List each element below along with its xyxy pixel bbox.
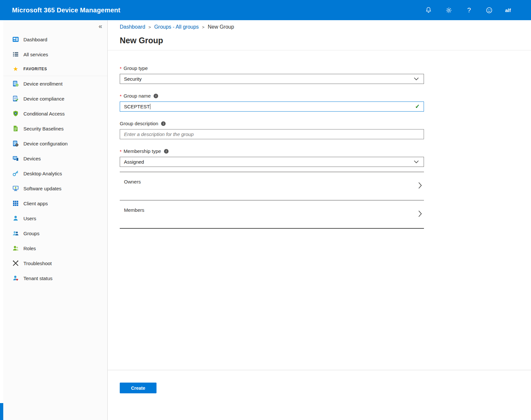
owners-label: Owners <box>124 179 141 184</box>
collapse-sidebar-button[interactable]: « <box>99 23 102 29</box>
bell-icon[interactable] <box>424 6 433 14</box>
sidebar-item-label: All services <box>23 52 48 57</box>
topbar: Microsoft 365 Device Management ? alf <box>0 0 531 20</box>
chevron-down-icon <box>413 158 420 166</box>
sidebar-item-label: Conditional Access <box>23 111 65 116</box>
sidebar-item-client-apps[interactable]: Client apps <box>3 196 107 211</box>
sidebar-item-label: Software updates <box>23 186 61 191</box>
sidebar-item-security-baselines[interactable]: Security Baselines <box>3 121 107 136</box>
sidebar-item-groups[interactable]: Groups <box>3 226 107 241</box>
required-asterisk: * <box>120 149 122 154</box>
bottom-left-accent <box>0 403 3 420</box>
sidebar-item-all-services[interactable]: All services <box>3 47 107 62</box>
chevron-down-icon <box>413 75 420 83</box>
sidebar-item-device-enrollment[interactable]: Device enrollment <box>3 76 107 91</box>
device-enrollment-icon <box>12 80 19 87</box>
members-label: Members <box>124 207 144 213</box>
sidebar-item-roles[interactable]: Roles <box>3 241 107 256</box>
membership-type-select[interactable]: Assigned <box>120 157 424 167</box>
sidebar-item-label: Desktop Analytics <box>23 171 62 176</box>
favorites-header: ★ FAVORITES <box>3 62 107 76</box>
conditional-access-icon <box>12 110 19 117</box>
header-divider <box>108 50 531 50</box>
help-icon[interactable]: ? <box>465 6 473 14</box>
devices-icon <box>12 155 19 162</box>
group-name-field: * Group name i SCEPTEST ✓ <box>120 93 424 112</box>
chevron-right-icon <box>418 210 422 219</box>
security-baselines-icon <box>12 125 19 132</box>
sidebar-item-conditional-access[interactable]: Conditional Access <box>3 106 107 121</box>
device-compliance-icon <box>12 95 19 102</box>
breadcrumb-current: New Group <box>208 24 234 30</box>
sidebar-item-label: Troubleshoot <box>23 261 52 266</box>
sidebar-item-device-compliance[interactable]: Device compliance <box>3 91 107 106</box>
client-apps-icon <box>12 200 19 207</box>
owners-row[interactable]: Owners <box>120 172 424 200</box>
breadcrumb-dashboard[interactable]: Dashboard <box>120 24 145 30</box>
user-name[interactable]: alf <box>505 7 511 13</box>
sidebar-item-dashboard[interactable]: Dashboard <box>3 32 107 47</box>
info-icon[interactable]: i <box>164 149 169 154</box>
sidebar-item-label: Devices <box>23 156 41 161</box>
group-description-field: Group description i <box>120 121 424 139</box>
required-asterisk: * <box>120 93 122 99</box>
new-group-form: * Group type Security * Group name i <box>120 65 424 229</box>
roles-icon <box>12 245 19 252</box>
breadcrumb-groups-all-groups[interactable]: Groups - All groups <box>154 24 199 30</box>
sidebar-item-label: Device compliance <box>23 96 64 102</box>
sidebar-item-label: Device configuration <box>23 141 68 146</box>
tenant-status-icon <box>12 275 19 282</box>
info-icon[interactable]: i <box>161 121 166 126</box>
group-name-input[interactable]: SCEPTEST ✓ <box>120 102 424 112</box>
main-content: Dashboard > Groups - All groups > New Gr… <box>108 20 531 420</box>
device-configuration-icon <box>12 140 19 147</box>
group-name-value: SCEPTEST <box>124 104 150 109</box>
sidebar-item-device-configuration[interactable]: Device configuration <box>3 136 107 151</box>
required-asterisk: * <box>120 66 122 71</box>
membership-type-value: Assigned <box>124 159 144 165</box>
smiley-icon[interactable] <box>485 6 493 14</box>
group-name-label: * Group name i <box>120 93 424 99</box>
sidebar-item-label: Roles <box>23 246 36 251</box>
sidebar-item-troubleshoot[interactable]: Troubleshoot <box>3 256 107 271</box>
info-icon[interactable]: i <box>154 94 158 98</box>
star-icon: ★ <box>12 65 19 73</box>
software-updates-icon <box>12 185 19 192</box>
sidebar-item-desktop-analytics[interactable]: Desktop Analytics <box>3 166 107 181</box>
sidebar-item-label: Tenant status <box>23 276 52 281</box>
group-description-input[interactable] <box>120 129 424 139</box>
group-description-label: Group description i <box>120 121 424 126</box>
sidebar: « Dashboard All services ★ FAVORITES Dev… <box>3 20 108 420</box>
users-icon <box>12 215 19 222</box>
sidebar-item-devices[interactable]: Devices <box>3 151 107 166</box>
sidebar-item-software-updates[interactable]: Software updates <box>3 181 107 196</box>
group-type-label: * Group type <box>120 65 424 71</box>
favorites-label: FAVORITES <box>23 67 47 71</box>
page-title: New Group <box>120 36 531 45</box>
app-title: Microsoft 365 Device Management <box>12 7 120 14</box>
sidebar-item-label: Client apps <box>23 201 48 206</box>
group-type-field: * Group type Security <box>120 65 424 84</box>
owners-members-panel: Owners Members <box>120 172 424 229</box>
topbar-actions: ? alf <box>424 6 531 14</box>
create-button[interactable]: Create <box>120 383 157 393</box>
members-row[interactable]: Members <box>120 200 424 228</box>
dashboard-icon <box>12 36 19 43</box>
all-services-icon <box>12 51 19 58</box>
sidebar-item-users[interactable]: Users <box>3 211 107 226</box>
gear-icon[interactable] <box>444 6 453 14</box>
group-type-select[interactable]: Security <box>120 74 424 84</box>
left-gutter <box>0 20 3 420</box>
valid-check-icon: ✓ <box>415 103 420 110</box>
chevron-right-icon <box>418 182 422 190</box>
breadcrumb-separator: > <box>148 24 151 30</box>
sidebar-item-tenant-status[interactable]: Tenant status <box>3 271 107 286</box>
sidebar-item-label: Security Baselines <box>23 126 63 131</box>
sidebar-item-label: Device enrollment <box>23 81 62 87</box>
sidebar-item-label: Dashboard <box>23 37 47 42</box>
membership-type-label: * Membership type i <box>120 148 424 154</box>
group-type-value: Security <box>124 76 142 82</box>
desktop-analytics-icon <box>12 170 19 177</box>
breadcrumb-separator: > <box>202 24 205 30</box>
breadcrumb: Dashboard > Groups - All groups > New Gr… <box>120 24 531 30</box>
